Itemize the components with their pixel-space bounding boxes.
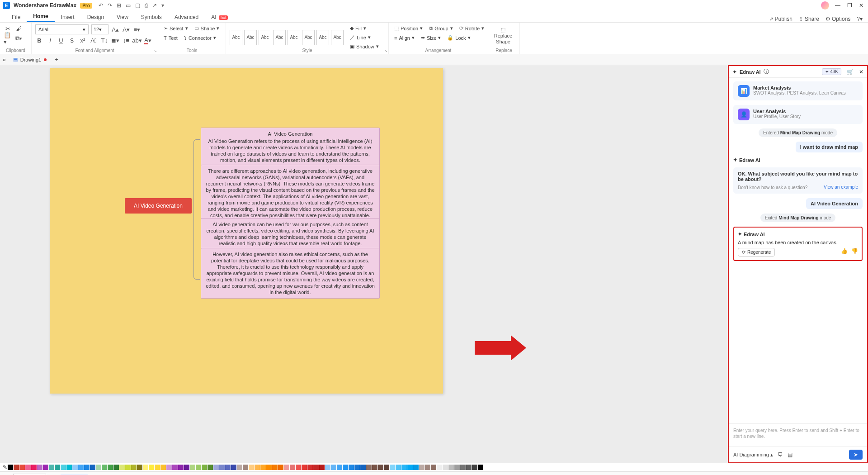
publish-button[interactable]: ↗ Publish <box>769 16 793 22</box>
color-swatch[interactable] <box>90 465 95 470</box>
color-swatch[interactable] <box>66 465 72 470</box>
color-swatch[interactable] <box>307 465 313 470</box>
color-swatch[interactable] <box>14 465 19 470</box>
minimize-icon[interactable]: — <box>834 2 842 9</box>
color-swatch[interactable] <box>125 465 131 470</box>
color-swatch[interactable] <box>260 465 266 470</box>
card-user-analysis[interactable]: 👤 User AnalysisUser Profile, User Story <box>733 105 863 124</box>
clear-format-icon[interactable]: A⃠ <box>90 36 98 44</box>
increase-font-icon[interactable]: A▴ <box>111 25 119 33</box>
color-swatch[interactable] <box>390 465 395 470</box>
color-swatch[interactable] <box>378 465 383 470</box>
color-swatch[interactable] <box>337 465 342 470</box>
redo-icon[interactable]: ↷ <box>108 2 112 9</box>
doc-tab-drawing1[interactable]: ▤ Drawing1 <box>9 56 50 63</box>
color-swatch[interactable] <box>108 465 113 470</box>
color-swatch[interactable] <box>113 465 119 470</box>
color-swatch[interactable] <box>384 465 389 470</box>
save-icon[interactable]: ▢ <box>135 2 140 9</box>
color-swatch[interactable] <box>278 465 283 470</box>
italic-icon[interactable]: I <box>46 36 54 44</box>
color-swatch[interactable] <box>178 465 184 470</box>
color-swatch[interactable] <box>208 465 213 470</box>
color-swatch[interactable] <box>84 465 90 470</box>
options-button[interactable]: ⚙ Options <box>826 16 850 22</box>
color-swatch[interactable] <box>166 465 172 470</box>
color-swatch[interactable] <box>478 465 483 470</box>
ai-cart-icon[interactable]: 🛒 <box>847 69 854 75</box>
bold-icon[interactable]: B <box>35 36 43 44</box>
color-swatch[interactable] <box>472 465 477 470</box>
menu-symbols[interactable]: Symbols <box>135 12 168 22</box>
canvas[interactable]: AI Video Generation AI Video Generation … <box>0 65 728 463</box>
select-tool[interactable]: ➢ Select ▾ <box>162 24 190 32</box>
color-swatch[interactable] <box>219 465 225 470</box>
color-swatch[interactable] <box>284 465 289 470</box>
color-swatch[interactable] <box>143 465 148 470</box>
color-swatch[interactable] <box>131 465 137 470</box>
color-swatch[interactable] <box>149 465 154 470</box>
line-button[interactable]: ／ Line ▾ <box>348 33 381 42</box>
menu-insert[interactable]: Insert <box>55 12 81 22</box>
color-swatch[interactable] <box>419 465 425 470</box>
color-swatch[interactable] <box>437 465 442 470</box>
decrease-font-icon[interactable]: A▾ <box>122 25 130 33</box>
ai-close-icon[interactable]: ✕ <box>859 69 863 75</box>
color-swatch[interactable] <box>290 465 295 470</box>
qat-more-icon[interactable]: ▾ <box>161 2 164 9</box>
color-swatch[interactable] <box>102 465 107 470</box>
color-swatch[interactable] <box>37 465 42 470</box>
color-swatch[interactable] <box>413 465 419 470</box>
color-swatch[interactable] <box>55 465 60 470</box>
color-swatch[interactable] <box>72 465 78 470</box>
color-swatch[interactable] <box>296 465 301 470</box>
eyedropper-icon[interactable]: ✎ <box>3 464 7 470</box>
color-swatch[interactable] <box>249 465 254 470</box>
view-example-link[interactable]: View an example <box>824 185 858 190</box>
position-button[interactable]: ⬚ Position▾ <box>392 24 425 32</box>
strike-icon[interactable]: S̶ <box>68 36 76 44</box>
menu-design[interactable]: Design <box>81 12 110 22</box>
color-swatch[interactable] <box>407 465 413 470</box>
mindmap-root[interactable]: AI Video Generation <box>125 198 192 214</box>
superscript-icon[interactable]: x² <box>79 36 87 44</box>
connector-tool[interactable]: ⤵ Connector ▾ <box>182 34 218 42</box>
regenerate-button[interactable]: ⟳ Regenerate <box>738 248 775 256</box>
tabs-expand-icon[interactable]: » <box>3 57 6 63</box>
mindmap-child-1[interactable]: AI Video Generation AI Video Generation … <box>201 128 380 166</box>
color-swatch[interactable] <box>343 465 348 470</box>
ai-template-icon[interactable]: ▤ <box>788 451 793 458</box>
help-icon[interactable]: ?▾ <box>857 16 863 22</box>
color-swatch[interactable] <box>237 465 242 470</box>
text-case-icon[interactable]: T↕ <box>100 36 108 44</box>
color-swatch[interactable] <box>43 465 48 470</box>
card-market-analysis[interactable]: 📊 Market AnalysisSWOT Analysis, PEST Ana… <box>733 81 863 100</box>
font-size-select[interactable]: 12 ▾ <box>91 24 108 34</box>
menu-file[interactable]: File <box>5 12 27 22</box>
color-swatch[interactable] <box>155 465 160 470</box>
new-icon[interactable]: ⊞ <box>117 2 121 9</box>
color-swatch[interactable] <box>202 465 207 470</box>
color-swatch[interactable] <box>484 465 489 470</box>
color-swatch[interactable] <box>466 465 472 470</box>
rotate-button[interactable]: ⟳ Rotate▾ <box>458 24 486 32</box>
menu-view[interactable]: View <box>110 12 135 22</box>
highlight-icon[interactable]: ab▾ <box>133 36 141 44</box>
ai-attach-icon[interactable]: 🗨 <box>778 451 783 458</box>
color-swatch[interactable] <box>137 465 142 470</box>
color-swatch[interactable] <box>431 465 436 470</box>
size-button[interactable]: ⬌ Size▾ <box>419 34 443 42</box>
page-selector[interactable]: Page-1 ▾ <box>13 474 46 475</box>
copy-icon[interactable]: ⧉▾ <box>14 34 23 43</box>
menu-ai[interactable]: AI hot <box>205 12 234 22</box>
font-family-select[interactable]: Arial▾ <box>35 24 89 34</box>
color-swatch[interactable] <box>184 465 189 470</box>
fill-button[interactable]: ◆ Fill ▾ <box>348 24 381 32</box>
color-swatch[interactable] <box>213 465 219 470</box>
color-swatch[interactable] <box>96 465 101 470</box>
page-tab-1[interactable]: Page-1 <box>61 474 87 475</box>
color-swatch[interactable] <box>19 465 25 470</box>
export-icon[interactable]: ↗ <box>152 2 157 9</box>
font-color-icon[interactable]: A▾ <box>144 36 152 44</box>
shape-tool[interactable]: ▭ Shape ▾ <box>193 24 222 32</box>
